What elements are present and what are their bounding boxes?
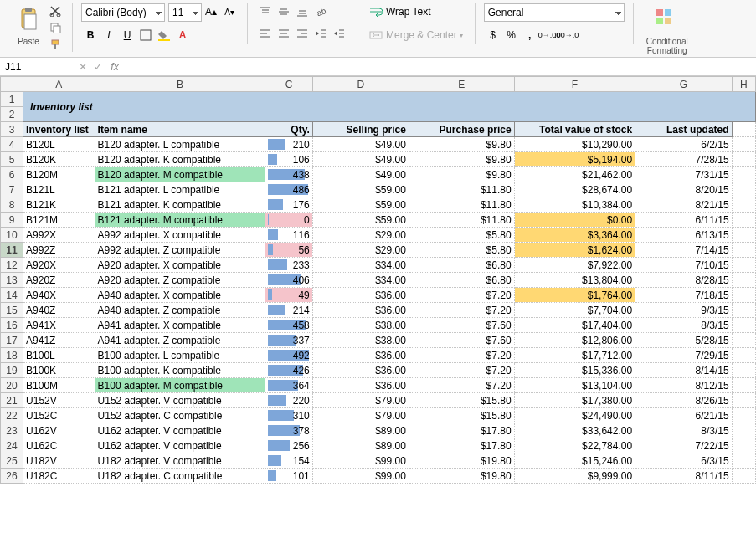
cell[interactable]: 176: [265, 197, 312, 213]
cell[interactable]: A941X: [23, 318, 95, 333]
cell[interactable]: B100K: [23, 363, 95, 378]
increase-indent-icon[interactable]: [330, 25, 348, 42]
cell[interactable]: $36.00: [312, 363, 409, 378]
cell[interactable]: $59.00: [312, 197, 409, 213]
cell[interactable]: 7/22/15: [635, 438, 733, 453]
align-right-icon[interactable]: [293, 25, 311, 42]
cell[interactable]: $11.80: [409, 197, 514, 213]
cell[interactable]: 8/21/15: [635, 197, 733, 213]
cell[interactable]: $36.00: [312, 348, 409, 363]
cell[interactable]: U152V: [23, 393, 95, 408]
row-header[interactable]: 3: [1, 122, 23, 137]
cell[interactable]: $0.00: [514, 213, 635, 228]
cell[interactable]: $11.80: [409, 182, 514, 197]
cell[interactable]: $49.00: [312, 152, 409, 167]
cell[interactable]: 6/2/15: [635, 137, 733, 152]
cell[interactable]: 5/28/15: [635, 333, 733, 348]
cell[interactable]: B121 adapter. L compatible: [95, 182, 265, 197]
row-header[interactable]: 25: [1, 453, 23, 469]
cell[interactable]: $15.80: [409, 393, 514, 408]
cell[interactable]: A920 adapter. Z compatible: [95, 273, 265, 288]
cell[interactable]: $29.00: [312, 243, 409, 258]
row-header[interactable]: 11: [1, 243, 23, 258]
cell[interactable]: 337: [265, 333, 312, 348]
cell[interactable]: [732, 182, 755, 197]
cell[interactable]: $9.80: [409, 152, 514, 167]
paste-button[interactable]: [13, 3, 44, 33]
cell[interactable]: [732, 393, 755, 408]
cell[interactable]: 378: [265, 423, 312, 438]
cell[interactable]: $7.20: [409, 288, 514, 303]
cell[interactable]: $7.20: [409, 348, 514, 363]
cell[interactable]: $79.00: [312, 393, 409, 408]
cell[interactable]: 154: [265, 453, 312, 469]
cell[interactable]: 7/29/15: [635, 348, 733, 363]
row-header[interactable]: 22: [1, 408, 23, 423]
cell[interactable]: A940X: [23, 288, 95, 303]
cell[interactable]: 116: [265, 228, 312, 243]
row-header[interactable]: 10: [1, 228, 23, 243]
cell[interactable]: A992 adapter. X compatible: [95, 228, 265, 243]
cell[interactable]: 8/14/15: [635, 363, 733, 378]
cell[interactable]: $34.00: [312, 273, 409, 288]
row-header[interactable]: 19: [1, 363, 23, 378]
cell[interactable]: $59.00: [312, 182, 409, 197]
cell[interactable]: [732, 453, 755, 469]
row-header[interactable]: 23: [1, 423, 23, 438]
row-header[interactable]: 8: [1, 197, 23, 213]
cell[interactable]: $19.80: [409, 469, 514, 484]
cell[interactable]: $3,364.00: [514, 228, 635, 243]
cell[interactable]: $21,462.00: [514, 167, 635, 182]
cell[interactable]: 49: [265, 288, 312, 303]
cell[interactable]: [732, 469, 755, 484]
cell[interactable]: U182 adapter. C compatible: [95, 469, 265, 484]
cell[interactable]: B120M: [23, 167, 95, 182]
cell[interactable]: 210: [265, 137, 312, 152]
col-header[interactable]: F: [514, 77, 635, 92]
cell[interactable]: A920X: [23, 258, 95, 273]
cell[interactable]: $34.00: [312, 258, 409, 273]
cell[interactable]: 7/31/15: [635, 167, 733, 182]
cell[interactable]: [732, 348, 755, 363]
sheet-title[interactable]: Inventory list: [23, 92, 756, 122]
row-header[interactable]: 17: [1, 333, 23, 348]
decrease-indent-icon[interactable]: [311, 25, 330, 42]
cell[interactable]: 8/3/15: [635, 423, 733, 438]
cancel-formula-icon[interactable]: ✕: [75, 61, 90, 73]
cell[interactable]: $15.80: [409, 408, 514, 423]
cell[interactable]: 7/14/15: [635, 243, 733, 258]
cell[interactable]: $7.20: [409, 363, 514, 378]
fill-color-icon[interactable]: [155, 27, 173, 44]
cell[interactable]: [732, 288, 755, 303]
cell[interactable]: $59.00: [312, 213, 409, 228]
row-header[interactable]: 20: [1, 378, 23, 393]
cell[interactable]: 7/28/15: [635, 152, 733, 167]
align-bottom-icon[interactable]: [293, 3, 311, 20]
cell[interactable]: $28,674.00: [514, 182, 635, 197]
cell[interactable]: U182V: [23, 453, 95, 469]
cell[interactable]: U182C: [23, 469, 95, 484]
cell[interactable]: $9,999.00: [514, 469, 635, 484]
cell[interactable]: $49.00: [312, 167, 409, 182]
cell[interactable]: $5.80: [409, 243, 514, 258]
cell[interactable]: U162 adapter. V compatible: [95, 423, 265, 438]
table-header[interactable]: Selling price: [312, 122, 409, 137]
align-left-icon[interactable]: [256, 25, 275, 42]
cell[interactable]: $12,806.00: [514, 333, 635, 348]
cell[interactable]: $22,784.00: [514, 438, 635, 453]
cell[interactable]: [732, 363, 755, 378]
align-middle-icon[interactable]: [275, 3, 293, 20]
table-header[interactable]: Qty.: [265, 122, 312, 137]
row-header[interactable]: 26: [1, 469, 23, 484]
row-header[interactable]: 7: [1, 182, 23, 197]
cell[interactable]: $9.80: [409, 167, 514, 182]
cell[interactable]: $38.00: [312, 318, 409, 333]
cell[interactable]: 8/12/15: [635, 378, 733, 393]
row-header[interactable]: 13: [1, 273, 23, 288]
orientation-icon[interactable]: ab: [311, 3, 330, 20]
cell[interactable]: 438: [265, 167, 312, 182]
underline-icon[interactable]: U: [118, 27, 136, 44]
cell[interactable]: A941 adapter. X compatible: [95, 318, 265, 333]
cell[interactable]: A992X: [23, 228, 95, 243]
col-header[interactable]: C: [265, 77, 312, 92]
